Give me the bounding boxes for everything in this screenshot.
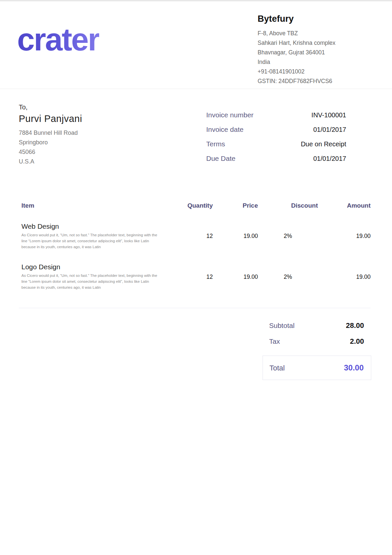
total-row: Total 30.00 <box>263 356 371 380</box>
item-quantity: 12 <box>171 233 213 240</box>
customer-address-line: 45066 <box>19 147 82 157</box>
invoice-number-value: INV-100001 <box>311 111 346 119</box>
due-date-row: Due Date 01/01/2017 <box>206 155 346 162</box>
items-table: Item Quantity Price Discount Amount Web … <box>0 202 392 291</box>
item-quantity: 12 <box>171 274 213 280</box>
company-address-line: F-8, Above TBZ <box>258 29 349 38</box>
subtotal-row: Subtotal 28.00 <box>263 321 371 330</box>
totals-block: Subtotal 28.00 Tax 2.00 Total 30.00 <box>263 321 371 380</box>
company-phone: +91-08141901002 <box>258 67 349 76</box>
invoice-date-value: 01/01/2017 <box>313 126 346 133</box>
item-price: 19.00 <box>213 274 258 280</box>
invoice-date-row: Invoice date 01/01/2017 <box>206 126 346 133</box>
invoice-number-row: Invoice number INV-100001 <box>206 111 346 119</box>
total-label: Total <box>269 364 285 372</box>
tax-row: Tax 2.00 <box>263 337 371 346</box>
item-discount: 2% <box>258 233 318 240</box>
due-date-value: 01/01/2017 <box>313 155 346 162</box>
quantity-column-header: Quantity <box>171 202 213 209</box>
item-name: Logo Design <box>21 263 159 271</box>
company-address-line: Sahkari Hart, Krishna complex <box>258 38 349 48</box>
totals-divider <box>19 308 371 308</box>
item-cell: Logo Design As Cicero would put it, “Um,… <box>21 263 171 290</box>
item-name: Web Design <box>21 222 159 230</box>
total-value: 30.00 <box>344 363 364 372</box>
tax-label: Tax <box>269 337 280 345</box>
crater-logo: crater <box>17 24 99 55</box>
item-cell: Web Design As Cicero would put it, “Um, … <box>21 222 171 250</box>
item-amount: 19.00 <box>318 233 371 240</box>
item-amount: 19.00 <box>318 274 371 280</box>
item-column-header: Item <box>21 202 171 209</box>
terms-label: Terms <box>206 140 225 148</box>
customer-address-line: Springboro <box>19 138 82 147</box>
terms-row: Terms Due on Receipt <box>206 140 346 148</box>
table-row: Logo Design As Cicero would put it, “Um,… <box>21 263 371 290</box>
customer-address-line: U.S.A <box>19 157 82 166</box>
terms-value: Due on Receipt <box>301 140 346 148</box>
bill-to-label: To, <box>19 103 82 111</box>
item-discount: 2% <box>258 274 318 280</box>
price-column-header: Price <box>213 202 258 209</box>
amount-column-header: Amount <box>318 202 371 209</box>
company-name: Bytefury <box>258 14 349 24</box>
items-table-header: Item Quantity Price Discount Amount <box>21 202 371 209</box>
item-description: As Cicero would put it, “Um, not so fast… <box>21 232 159 250</box>
company-gstin: GSTIN: 24DDF7682FHVCS6 <box>258 76 349 86</box>
company-address-line: Bhavnagar, Gujrat 364001 <box>258 48 349 57</box>
invoice-page: crater Bytefury F-8, Above TBZ Sahkari H… <box>0 0 392 555</box>
item-description: As Cicero would put it, “Um, not so fast… <box>21 273 159 290</box>
invoice-number-label: Invoice number <box>206 111 254 119</box>
tax-value: 2.00 <box>350 337 364 346</box>
discount-column-header: Discount <box>258 202 318 209</box>
invoice-header: crater Bytefury F-8, Above TBZ Sahkari H… <box>0 1 392 89</box>
parties-section: To, Purvi Panjvani 7884 Bunnel Hill Road… <box>0 89 392 169</box>
company-block: Bytefury F-8, Above TBZ Sahkari Hart, Kr… <box>258 10 349 86</box>
subtotal-label: Subtotal <box>269 322 294 330</box>
bill-to-block: To, Purvi Panjvani 7884 Bunnel Hill Road… <box>19 103 82 169</box>
invoice-date-label: Invoice date <box>206 126 243 133</box>
due-date-label: Due Date <box>206 155 236 162</box>
customer-address-line: 7884 Bunnel Hill Road <box>19 128 82 138</box>
company-address-line: India <box>258 57 349 67</box>
item-price: 19.00 <box>213 233 258 240</box>
customer-name: Purvi Panjvani <box>19 113 82 124</box>
table-row: Web Design As Cicero would put it, “Um, … <box>21 222 371 250</box>
invoice-meta-block: Invoice number INV-100001 Invoice date 0… <box>206 103 346 169</box>
subtotal-value: 28.00 <box>346 321 364 330</box>
